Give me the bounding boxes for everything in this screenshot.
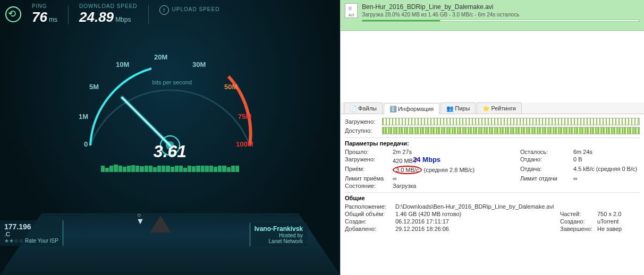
tick-75m: 75M [238, 113, 251, 121]
ping-metric: PING 76 ms [32, 3, 57, 25]
ping-value: 76 [32, 9, 47, 25]
pieces-label: Частей: [560, 211, 597, 217]
state-label: Состояние: [345, 183, 393, 189]
pieces-value: 750 x 2.0 [597, 211, 640, 217]
progress-bar [362, 20, 640, 22]
added-label: Добавлено: [345, 226, 395, 232]
rate-isp-link[interactable]: Rate Your ISP [25, 238, 58, 244]
completed-label: Завершено: [560, 226, 597, 232]
upload-label: UPLOAD SPEED [172, 6, 220, 12]
rating-stars-icon[interactable]: ★★☆☆ [4, 238, 23, 244]
download-value: 24.89 [79, 9, 114, 25]
created-label: Создан: [345, 218, 395, 225]
bits-per-second-label: bits per second [152, 79, 192, 85]
dllimit-value: ∞ [393, 175, 520, 182]
available-pieces-bar [382, 127, 640, 134]
avi-file-icon: AVI [345, 3, 358, 18]
retry-icon[interactable] [5, 6, 21, 22]
speedometer: 0 1M 5M 10M 20M 30M 50M 75M 100M bits pe… [53, 34, 287, 161]
tab-peers[interactable]: 👥 Пиры [440, 102, 476, 114]
createdby-value: uTorrent [597, 218, 640, 225]
server-host: Lanet Network [269, 238, 303, 244]
state-value: Загрузка [393, 183, 520, 189]
speedtest-panel: PING 76 ms DOWNLOAD SPEED 24.89 Mbps ↑ U… [0, 0, 340, 275]
location-label: Расположение: [345, 203, 395, 210]
list-spacer [341, 31, 644, 102]
annotation-text: 24 Mbps [413, 156, 440, 164]
speedtest-topbar: PING 76 ms DOWNLOAD SPEED 24.89 Mbps ↑ U… [0, 0, 340, 29]
divider [68, 5, 69, 24]
downloaded-value: 420 MB [393, 158, 413, 164]
remaining-value: 6m 24s [573, 149, 640, 155]
elapsed-value: 2m 27s [393, 149, 520, 155]
tab-info[interactable]: ℹ️ Информация [384, 103, 439, 114]
star-icon: ⭐ [482, 105, 489, 111]
hosted-by-label: Hosted by [279, 233, 303, 238]
uploaded-value: 0 B [573, 156, 640, 165]
tab-files[interactable]: 📄 Файлы [344, 102, 383, 114]
ping-label: PING [32, 3, 57, 9]
tick-20m: 20M [154, 53, 167, 61]
common-header: Общие [345, 192, 640, 201]
tick-100m: 100M [236, 140, 253, 148]
available-bar-label: Доступно: [345, 127, 382, 134]
server-info[interactable]: Ivano-Frankivsk Hosted by Lanet Network [250, 223, 307, 246]
elapsed-label: Прошло: [345, 149, 393, 155]
downloaded-label: Загружено: [345, 156, 393, 165]
ping-unit: ms [49, 16, 57, 23]
upload-metric: ↑ UPLOAD SPEED [159, 3, 220, 15]
tab-ratings[interactable]: ⭐ Рейтинги [477, 102, 522, 114]
recv-avg: (средняя 2.8 MB/с) [423, 167, 474, 173]
tabs: 📄 Файлы ℹ️ Информация 👥 Пиры ⭐ Рейтинги [341, 102, 644, 114]
ip-value: 177.196 [4, 222, 31, 231]
tick-30m: 30M [192, 61, 206, 68]
tick-50m: 50M [224, 83, 238, 91]
recv-label: Приём: [345, 166, 393, 174]
download-filename: Ben-Hur_2016_BDRip_Line_by_Dalemake.avi [362, 3, 640, 11]
isp-suffix: .C [4, 231, 10, 237]
peers-icon: 👥 [446, 105, 453, 111]
completed-value: Не завер [597, 226, 640, 232]
added-value: 29.12.2016 18:26:06 [395, 226, 560, 232]
createdby-label: Создано: [560, 218, 597, 225]
download-metric: DOWNLOAD SPEED 24.89 Mbps [79, 3, 138, 25]
svg-line-3 [122, 98, 170, 145]
speed-history-bars [101, 161, 239, 172]
recv-value-circled: 3.0 MB/с [393, 166, 422, 174]
downloaded-bar-row: Загружено: [345, 118, 640, 125]
location-value: D:\Downloads\Ben-Hur_2016_BDRip_Line_by_… [395, 203, 640, 210]
download-label: DOWNLOAD SPEED [79, 3, 138, 9]
ullimit-value: ∞ [573, 175, 640, 182]
download-unit: Mbps [115, 16, 131, 23]
download-status: Загрузка 28.0% 420 MB из 1.46 GB - 3.0 M… [362, 12, 640, 18]
downloaded-bar-label: Загружено: [345, 118, 382, 125]
available-bar-row: Доступно: [345, 127, 640, 134]
tick-5m: 5M [89, 83, 99, 91]
download-info: Ben-Hur_2016_BDRip_Line_by_Dalemake.avi … [362, 3, 640, 22]
files-icon: 📄 [350, 105, 356, 111]
tick-10m: 10M [116, 61, 129, 68]
divider [148, 5, 149, 24]
tick-1m: 1M [79, 113, 88, 121]
tick-0: 0 [84, 140, 88, 148]
uploaded-label: Отдано: [520, 156, 573, 165]
dllimit-label: Лимит приёма [345, 175, 393, 182]
isp-info: 177.196 .C ★★☆☆ Rate Your ISP [0, 220, 63, 246]
info-section: Загружено: Доступно: Параметры передачи:… [341, 114, 644, 234]
send-value: 4.5 kB/с (средняя 0 B/с) [573, 166, 640, 174]
current-speed-value: 3.61 [154, 142, 187, 161]
download-item[interactable]: AVI Ben-Hur_2016_BDRip_Line_by_Dalemake.… [341, 0, 644, 31]
size-label: Общий объём: [345, 211, 395, 217]
size-value: 1.46 GB (420 MB готово) [395, 211, 560, 217]
remaining-label: Осталось: [520, 149, 573, 155]
ullimit-label: Лимит отдачи [520, 175, 573, 182]
progress-fill [362, 20, 440, 21]
upload-arrow-icon: ↑ [159, 5, 169, 15]
send-label: Отдача: [520, 166, 573, 174]
server-city: Ivano-Frankivsk [255, 225, 303, 233]
common-grid: Расположение: D:\Downloads\Ben-Hur_2016_… [345, 203, 640, 232]
downloaded-pieces-bar [382, 118, 640, 125]
params-grid: Прошло: 2m 27s Осталось: 6m 24s Загружен… [345, 149, 640, 189]
torrent-panel: AVI Ben-Hur_2016_BDRip_Line_by_Dalemake.… [340, 0, 644, 275]
info-icon: ℹ️ [389, 106, 396, 112]
